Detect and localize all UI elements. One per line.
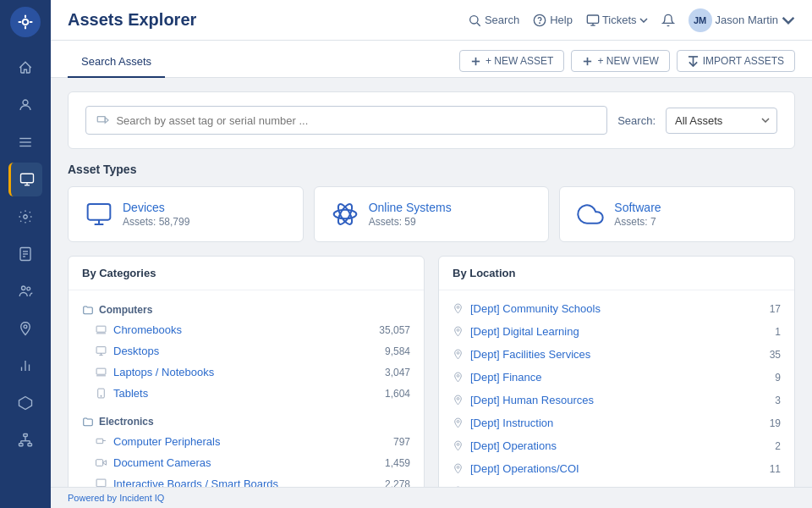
location-instruction-link[interactable]: [Dept] Instruction: [470, 417, 553, 429]
svg-marker-41: [105, 118, 108, 123]
chromebooks-link[interactable]: Chromebooks: [113, 323, 182, 336]
list-item: [Dept] Operations 2: [439, 434, 794, 457]
help-label: Help: [550, 14, 573, 26]
import-assets-button[interactable]: IMPORT ASSETS: [677, 50, 795, 72]
sidebar-item-home[interactable]: [8, 51, 42, 85]
asset-type-online-systems[interactable]: Online Systems Assets: 59: [314, 186, 550, 242]
sidebar-item-reports[interactable]: [8, 237, 42, 271]
nav-actions: Search Help Tickets: [468, 8, 795, 32]
location-hr-link[interactable]: [Dept] Human Resources: [470, 394, 594, 406]
sidebar-logo[interactable]: [10, 7, 41, 37]
asset-type-devices[interactable]: Devices Assets: 58,799: [68, 186, 304, 242]
sidebar-item-user[interactable]: [8, 88, 42, 122]
smartboards-link[interactable]: Interactive Boards / Smart Boards: [113, 478, 278, 487]
location-facilities-link[interactable]: [Dept] Facilities Services: [470, 348, 590, 361]
location-hr-count: 3: [775, 395, 781, 406]
location-ops-coi-link[interactable]: [Dept] Operations/COI: [470, 462, 579, 475]
user-menu-btn[interactable]: JM Jason Martin: [689, 8, 795, 32]
sidebar-item-integrations[interactable]: [8, 386, 42, 420]
software-icon: [577, 201, 604, 228]
tab-search-assets[interactable]: Search Assets: [68, 47, 165, 78]
sidebar-item-location[interactable]: [8, 312, 42, 345]
pin-icon: [453, 417, 464, 428]
svg-line-28: [477, 23, 480, 26]
tablet-icon: [96, 388, 107, 399]
sidebar: [0, 0, 51, 508]
search-filter-select[interactable]: All Assets Devices Online Systems Softwa…: [666, 108, 777, 134]
svg-point-0: [23, 19, 29, 25]
sidebar-item-settings[interactable]: [8, 200, 42, 234]
location-panel: By Location [Dept] Community Schools 17: [438, 256, 795, 487]
online-systems-icon: [332, 201, 359, 228]
sidebar-item-people[interactable]: [8, 274, 42, 308]
folder-icon: [82, 304, 94, 316]
location-digital-link[interactable]: [Dept] Digital Learning: [470, 325, 579, 338]
svg-rect-59: [96, 479, 106, 487]
location-digital-count: 1: [775, 326, 781, 338]
svg-rect-58: [96, 460, 103, 467]
list-item: [Dept] Facilities Services 35: [439, 343, 794, 366]
sidebar-item-org[interactable]: [8, 423, 42, 457]
location-operations-count: 2: [775, 440, 781, 452]
peripherals-link[interactable]: Computer Peripherals: [113, 435, 220, 448]
categories-panel: By Categories Computers: [68, 256, 425, 487]
page-title: Assets Explorer: [68, 10, 196, 30]
svg-rect-57: [96, 439, 103, 443]
online-systems-info: Online Systems Assets: 59: [369, 201, 452, 228]
location-body: [Dept] Community Schools 17 [Dept] Digit…: [439, 290, 794, 487]
bottom-panels: By Categories Computers: [68, 256, 795, 487]
tablets-count: 1,604: [385, 388, 410, 400]
devices-count: Assets: 58,799: [123, 216, 189, 228]
sidebar-item-analytics[interactable]: [8, 349, 42, 383]
tickets-chevron-icon: [639, 18, 648, 23]
svg-rect-48: [96, 326, 106, 332]
notifications-btn[interactable]: [661, 14, 675, 27]
svg-point-1: [23, 100, 28, 105]
asset-type-software[interactable]: Software Assets: 7: [559, 186, 795, 242]
laptops-link[interactable]: Laptops / Notebooks: [113, 366, 214, 378]
svg-rect-40: [97, 117, 105, 122]
footer-brand[interactable]: Incident IQ: [119, 493, 164, 503]
help-btn[interactable]: Help: [533, 14, 573, 27]
search-input-wrap[interactable]: [85, 106, 607, 135]
search-nav-label: Search: [485, 14, 519, 26]
new-view-button[interactable]: + NEW VIEW: [571, 50, 669, 72]
location-operations-link[interactable]: [Dept] Operations: [470, 439, 557, 452]
devices-name: Devices: [123, 201, 189, 214]
electronics-group-label: Electronics: [69, 409, 424, 431]
new-asset-button[interactable]: + NEW ASSET: [459, 50, 564, 72]
tablets-link[interactable]: Tablets: [113, 387, 148, 400]
list-item: [Dept] Finance 9: [439, 366, 794, 389]
sidebar-item-assets[interactable]: [8, 163, 42, 196]
desktop-icon: [96, 345, 107, 356]
categories-header: By Categories: [69, 257, 424, 290]
svg-point-64: [457, 329, 459, 332]
svg-point-63: [457, 306, 459, 309]
search-nav-icon: [468, 14, 481, 27]
doc-cameras-link[interactable]: Document Cameras: [113, 456, 211, 469]
search-nav-btn[interactable]: Search: [468, 14, 519, 27]
doc-cameras-count: 1,459: [385, 457, 410, 469]
sidebar-item-list[interactable]: [8, 125, 42, 159]
pin-icon: [453, 372, 464, 383]
desktops-link[interactable]: Desktops: [113, 345, 159, 357]
asset-types-grid: Devices Assets: 58,799 Online Systems: [68, 186, 795, 242]
user-name: Jason Martin: [716, 14, 778, 26]
pin-icon: [453, 349, 464, 360]
folder-electronics-icon: [82, 416, 94, 428]
list-item: Chromebooks 35,057: [69, 319, 424, 340]
pin-icon: [453, 440, 464, 451]
tickets-icon: [586, 14, 600, 27]
laptop-icon: [96, 367, 107, 378]
svg-point-14: [27, 287, 30, 290]
devices-icon: [85, 201, 112, 228]
online-systems-count: Assets: 59: [369, 216, 452, 228]
search-input[interactable]: [116, 114, 596, 127]
view-plus-icon: [582, 56, 593, 67]
svg-rect-42: [88, 204, 111, 220]
location-finance-link[interactable]: [Dept] Finance: [470, 371, 542, 384]
svg-point-30: [540, 23, 540, 24]
search-row: Search: All Assets Devices Online System…: [85, 106, 777, 135]
tickets-btn[interactable]: Tickets: [586, 14, 648, 27]
location-community-link[interactable]: [Dept] Community Schools: [470, 302, 601, 315]
